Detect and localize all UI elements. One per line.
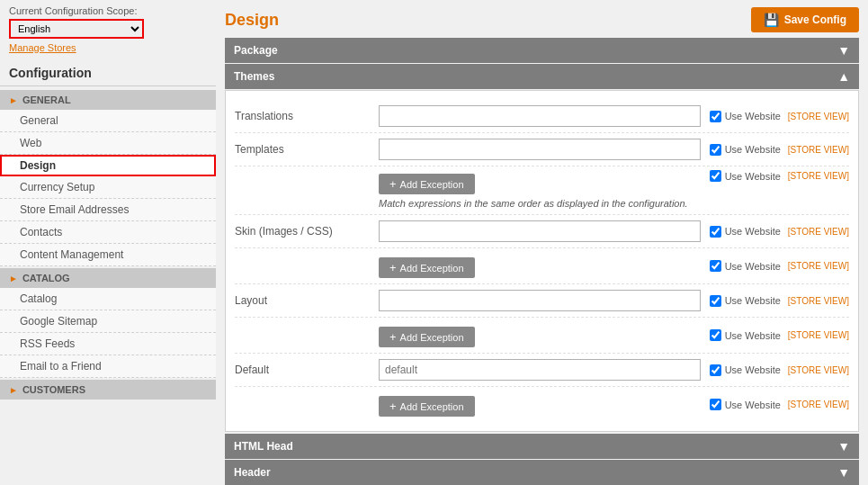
- nav-section-catalog: ► CATALOG Catalog Google Sitemap RSS Fee…: [0, 268, 216, 378]
- sidebar-item-contacts[interactable]: Contacts: [0, 221, 216, 244]
- header-section-header[interactable]: Header ▼: [225, 460, 859, 485]
- manage-stores-link[interactable]: Manage Stores: [0, 42, 216, 53]
- default-add-exception-label: Add Exception: [400, 401, 464, 412]
- themes-collapse-icon: ▲: [837, 69, 850, 84]
- layout-label: Layout: [235, 294, 379, 307]
- sidebar-item-design[interactable]: Design: [0, 155, 216, 176]
- skin-use-website-checkbox[interactable]: [710, 226, 721, 238]
- layout-exception-wrap: + Add Exception: [379, 323, 701, 347]
- themes-section-header[interactable]: Themes ▲: [225, 64, 859, 89]
- sidebar-item-web[interactable]: Web: [0, 132, 216, 155]
- translations-input-wrap: [379, 105, 701, 127]
- scope-section: Current Configuration Scope: English: [0, 0, 216, 42]
- templates-exception-wrap: + Add Exception Match expressions in the…: [379, 170, 701, 209]
- sidebar-item-content-management[interactable]: Content Management: [0, 244, 216, 266]
- skin-input-wrap: [379, 220, 701, 242]
- save-config-button[interactable]: 💾 Save Config: [751, 7, 859, 32]
- skin-exception-use-website: Use Website [STORE VIEW]: [710, 260, 849, 272]
- save-config-label: Save Config: [784, 13, 846, 26]
- skin-exception-plus-icon: +: [389, 261, 397, 274]
- skin-use-website: Use Website [STORE VIEW]: [710, 226, 849, 238]
- html-head-section-header[interactable]: HTML Head ▼: [225, 434, 859, 459]
- html-head-section-label: HTML Head: [234, 440, 293, 453]
- layout-input-wrap: [379, 290, 701, 311]
- translations-use-website: Use Website [STORE VIEW]: [710, 111, 849, 122]
- default-input[interactable]: [379, 359, 701, 381]
- default-exception-use-website-checkbox[interactable]: [710, 399, 721, 410]
- default-exception-store-view-link[interactable]: [STORE VIEW]: [788, 400, 849, 409]
- page-title: Design: [225, 11, 279, 30]
- main-content: Design 💾 Save Config Package ▼ Themes ▲ …: [216, 0, 868, 485]
- layout-exception-use-website-checkbox[interactable]: [710, 329, 721, 341]
- nav-section-header-general[interactable]: ► GENERAL: [0, 90, 216, 110]
- layout-exception-store-view-link[interactable]: [STORE VIEW]: [788, 330, 849, 340]
- templates-use-website: Use Website [STORE VIEW]: [710, 144, 849, 156]
- package-section-header[interactable]: Package ▼: [225, 38, 859, 63]
- translations-use-website-label: Use Website: [725, 111, 781, 121]
- save-icon: 💾: [764, 13, 779, 27]
- sidebar-item-store-email-addresses[interactable]: Store Email Addresses: [0, 199, 216, 221]
- package-collapse-icon: ▼: [837, 43, 850, 58]
- translations-store-view-link[interactable]: [STORE VIEW]: [788, 112, 849, 121]
- nav-section-header-catalog[interactable]: ► CATALOG: [0, 268, 216, 288]
- templates-use-website-checkbox[interactable]: [710, 144, 721, 156]
- translations-label: Translations: [235, 110, 379, 122]
- html-head-collapse-icon: ▼: [837, 439, 850, 454]
- default-use-website-checkbox[interactable]: [710, 364, 721, 376]
- catalog-arrow-icon: ►: [9, 274, 18, 283]
- layout-use-website-checkbox[interactable]: [710, 295, 721, 307]
- header-collapse-icon: ▼: [837, 465, 850, 480]
- sidebar-item-general[interactable]: General: [0, 110, 216, 132]
- default-add-exception-button[interactable]: + Add Exception: [379, 396, 475, 417]
- templates-exception-row: + Add Exception Match expressions in the…: [235, 166, 849, 215]
- templates-label: Templates: [235, 143, 379, 156]
- scope-label: Current Configuration Scope:: [9, 5, 207, 16]
- templates-input-wrap: [379, 139, 701, 160]
- default-row: Default Use Website [STORE VIEW]: [235, 354, 849, 387]
- catalog-label: CATALOG: [22, 273, 70, 283]
- sidebar-item-email-to-a-friend[interactable]: Email to a Friend: [0, 355, 216, 378]
- sidebar-item-catalog[interactable]: Catalog: [0, 288, 216, 310]
- translations-row: Translations Use Website [STORE VIEW]: [235, 100, 849, 133]
- scope-select[interactable]: English: [9, 19, 144, 39]
- layout-exception-plus-icon: +: [389, 330, 397, 344]
- skin-add-exception-label: Add Exception: [400, 263, 464, 274]
- general-arrow-icon: ►: [9, 95, 18, 105]
- skin-exception-use-website-checkbox[interactable]: [710, 260, 721, 272]
- templates-store-view-link[interactable]: [STORE VIEW]: [788, 145, 849, 155]
- skin-store-view-link[interactable]: [STORE VIEW]: [788, 227, 849, 237]
- templates-add-exception-label: Add Exception: [400, 179, 464, 190]
- templates-exception-use-website-label: Use Website: [725, 171, 781, 182]
- skin-exception-store-view-link[interactable]: [STORE VIEW]: [788, 261, 849, 271]
- layout-input[interactable]: [379, 290, 701, 311]
- general-label: GENERAL: [22, 94, 71, 105]
- layout-exception-use-website-label: Use Website: [725, 330, 781, 341]
- skin-exception-use-website-label: Use Website: [725, 261, 781, 272]
- default-use-website: Use Website [STORE VIEW]: [710, 364, 849, 376]
- skin-label: Skin (Images / CSS): [235, 225, 379, 238]
- templates-exception-store-view-link[interactable]: [STORE VIEW]: [788, 171, 849, 181]
- templates-exception-note: Match expressions in the same order as d…: [379, 198, 701, 209]
- skin-exception-row: + Add Exception Use Website [STORE VIEW]: [235, 248, 849, 284]
- skin-add-exception-button[interactable]: + Add Exception: [379, 257, 475, 278]
- skin-input[interactable]: [379, 220, 701, 242]
- templates-row: Templates Use Website [STORE VIEW]: [235, 133, 849, 166]
- layout-add-exception-button[interactable]: + Add Exception: [379, 327, 475, 347]
- translations-input[interactable]: [379, 105, 701, 127]
- customers-label: CUSTOMERS: [22, 384, 85, 395]
- layout-store-view-link[interactable]: [STORE VIEW]: [788, 296, 849, 306]
- default-store-view-link[interactable]: [STORE VIEW]: [788, 365, 849, 375]
- skin-row: Skin (Images / CSS) Use Website [STORE V…: [235, 215, 849, 248]
- sidebar-item-currency-setup[interactable]: Currency Setup: [0, 176, 216, 199]
- sidebar-item-rss-feeds[interactable]: RSS Feeds: [0, 333, 216, 355]
- templates-input[interactable]: [379, 139, 701, 160]
- sidebar: Current Configuration Scope: English Man…: [0, 0, 216, 485]
- config-title: Configuration: [0, 60, 216, 86]
- sidebar-item-google-sitemap[interactable]: Google Sitemap: [0, 310, 216, 333]
- default-input-wrap: [379, 359, 701, 381]
- translations-use-website-checkbox[interactable]: [710, 111, 721, 122]
- nav-section-header-customers[interactable]: ► CUSTOMERS: [0, 380, 216, 400]
- templates-exception-use-website-checkbox[interactable]: [710, 170, 721, 182]
- templates-use-website-label: Use Website: [725, 144, 781, 155]
- templates-add-exception-button[interactable]: + Add Exception: [379, 174, 475, 194]
